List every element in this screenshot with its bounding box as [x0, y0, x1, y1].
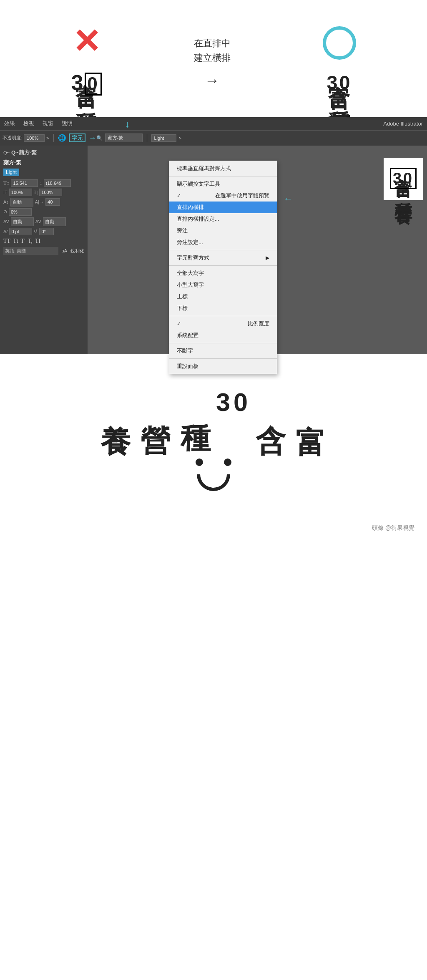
ai-main-canvas: 標準垂直羅馬對齊方式 顯示觸控文字工具 在選單中啟用字體預覽 直排內橫排 直排內…	[88, 146, 427, 354]
char-btn-wrapper: 字元 →	[69, 134, 85, 142]
char-dropdown-menu: 標準垂直羅馬對齊方式 顯示觸控文字工具 在選單中啟用字體預覽 直排內橫排 直排內…	[169, 161, 277, 374]
dropdown-sep-3	[169, 265, 277, 266]
smiley-mouth	[197, 474, 230, 491]
char-size-input[interactable]: 15.541	[11, 179, 38, 187]
dropdown-item-align[interactable]: 字元對齊方式 ▶	[169, 252, 277, 264]
ai-toolbar: ↓ 不透明度: 100% > 🌐 字元 → 🔍 蘋方-繁 Light >	[0, 131, 427, 146]
char-panel-button[interactable]: 字元	[69, 134, 85, 142]
dropdown-item-no-break[interactable]: 不斷字	[169, 345, 277, 357]
correct-vertical-text: 富含30種營養	[325, 68, 354, 99]
left-arrow-annotation: ←	[284, 194, 293, 204]
char-search-icon: Q~	[3, 150, 10, 155]
ai-section: 效果 檢視 視窗 說明 Adobe Illustrator ↓ 不透明度: 10…	[0, 117, 427, 354]
char-kern2-input[interactable]: 自動	[43, 217, 66, 226]
down-arrow-annotation: ↓	[125, 119, 130, 130]
char-size-row: T↕ 15.541 ↕ (18.649	[3, 179, 84, 187]
smiley-eyes	[196, 459, 231, 466]
char-aa-label: aA	[62, 248, 67, 253]
opacity-label: 不透明度:	[3, 135, 22, 141]
ai-right-vertical-text: 富含30種營養	[384, 158, 423, 200]
toolbar-opacity-group: 不透明度: 100% >	[3, 134, 49, 142]
char-lang-row: 英語: 美國 aA 銳利化	[3, 247, 84, 255]
smiley-eye-left	[196, 459, 203, 466]
char-scale-v-input[interactable]: 100%	[39, 189, 62, 196]
opacity-value[interactable]: 100%	[24, 134, 45, 142]
globe-icon: 🌐	[58, 134, 66, 142]
char-rotate-input[interactable]: 0°	[39, 228, 54, 235]
wrong-icon: ✕	[73, 25, 100, 58]
comparison-row: ✕ 富含30種營養 在直排中建立橫排 → 富含30種營養	[0, 25, 427, 101]
char-baseline-icon: A↕	[3, 199, 9, 204]
menu-item-help[interactable]: 說明	[62, 120, 73, 127]
char-pt-input[interactable]: 0 pt	[9, 228, 32, 235]
char-rotate-icon: ↺	[34, 229, 38, 234]
tt-btn-1[interactable]: TT	[3, 238, 10, 244]
char-tt-row: TT Tt T' T, TI	[3, 238, 84, 244]
submenu-arrow-icon: ▶	[266, 255, 269, 261]
char-kern-icon: AV	[3, 219, 9, 224]
char-kern-row: AV 自動 AV 自動	[3, 217, 84, 226]
char-kern-input[interactable]: 自動	[11, 217, 34, 226]
smiley-face	[196, 459, 231, 491]
menu-item-window[interactable]: 視窗	[43, 120, 53, 127]
char-opacity-input[interactable]: 0%	[9, 208, 32, 216]
middle-arrow-section: 在直排中建立橫排 →	[194, 36, 231, 89]
dropdown-item-aside[interactable]: 旁注	[169, 225, 277, 237]
tt-btn-5[interactable]: TI	[35, 238, 40, 244]
tt-btn-4[interactable]: T,	[28, 238, 33, 244]
dropdown-item-sys-layout[interactable]: 系統配置	[169, 330, 277, 341]
dropdown-item-aside-settings[interactable]: 旁注設定...	[169, 237, 277, 248]
dropdown-item-preview[interactable]: 在選單中啟用字體預覽	[169, 190, 277, 202]
char-leading-input[interactable]: (18.649	[44, 179, 71, 187]
char-search-row: Q~ Q~蘋方-繁	[3, 149, 84, 156]
correct-icon	[323, 26, 356, 60]
ai-brand-label: Adobe Illustrator	[383, 117, 423, 131]
menu-item-effect[interactable]: 效果	[4, 120, 15, 127]
correct-column: 富含30種營養	[323, 26, 356, 99]
toolbar-search-icon: 🔍	[96, 135, 103, 141]
dropdown-item-all-caps[interactable]: 全部大寫字	[169, 267, 277, 279]
wrong-column: ✕ 富含30種營養	[71, 25, 102, 101]
char-lang-select[interactable]: 英語: 美國	[3, 247, 58, 255]
toolbar-font-name[interactable]: 蘋方-繁	[105, 134, 143, 142]
section-smiley	[0, 442, 427, 516]
dropdown-item-small-caps[interactable]: 小型大寫字	[169, 279, 277, 291]
char-scale-h-icon: IT	[3, 190, 8, 195]
char-scale-row: IT 100% T| 100%	[3, 189, 84, 196]
char-opacity-row: ⊙ 0%	[3, 208, 84, 216]
char-panel-style[interactable]: Light	[3, 169, 19, 176]
char-baseline-row: A↕ 自動 A|→ 40	[3, 198, 84, 207]
smiley-eye-right	[224, 459, 231, 466]
dropdown-item-rotate-settings[interactable]: 直排內橫排設定...	[169, 213, 277, 225]
dropdown-item-subscript[interactable]: 下標	[169, 302, 277, 314]
dropdown-item-reset[interactable]: 重設面板	[169, 360, 277, 372]
dropdown-item-prop-width[interactable]: 比例寬度	[169, 318, 277, 330]
font-style-arrow[interactable]: >	[179, 136, 181, 141]
menu-item-view[interactable]: 檢視	[23, 120, 34, 127]
char-kern2-icon: AV	[35, 219, 41, 224]
char-panel: Q~ Q~蘋方-繁 蘋方-繁 Light T↕ 15.541 ↕ (18.649…	[0, 146, 88, 354]
dropdown-sep-1	[169, 176, 277, 176]
ai-canvas-area: Q~ Q~蘋方-繁 蘋方-繁 Light T↕ 15.541 ↕ (18.649…	[0, 146, 427, 354]
char-scale-h-input[interactable]: 100%	[9, 189, 32, 196]
toolbar-font-style[interactable]: Light	[151, 134, 176, 142]
dropdown-item-rotate[interactable]: 直排內橫排	[169, 202, 277, 213]
char-size-unit: ↕	[40, 181, 42, 186]
char-font-display: Q~蘋方-繁	[11, 149, 37, 156]
dropdown-sep-6	[169, 358, 277, 359]
dropdown-item-superscript[interactable]: 上標	[169, 291, 277, 302]
dropdown-item-touch[interactable]: 顯示觸控文字工具	[169, 178, 277, 190]
char-tracking-input[interactable]: 40	[45, 198, 60, 206]
char-opacity-icon: ⊙	[3, 209, 7, 214]
middle-description: 在直排中建立橫排	[194, 36, 231, 65]
tt-btn-2[interactable]: Tt	[13, 238, 18, 244]
footer: 頭條 @衍果視覺	[0, 516, 427, 540]
char-arrow-right: →	[89, 134, 96, 142]
tt-btn-3[interactable]: T'	[21, 238, 25, 244]
dropdown-item-standard[interactable]: 標準垂直羅馬對齊方式	[169, 163, 277, 174]
dropdown-sep-5	[169, 343, 277, 343]
char-baseline-input[interactable]: 自動	[10, 198, 33, 207]
opacity-arrow[interactable]: >	[46, 136, 49, 141]
dropdown-sep-4	[169, 316, 277, 316]
char-size-icon: T↕	[3, 180, 9, 186]
